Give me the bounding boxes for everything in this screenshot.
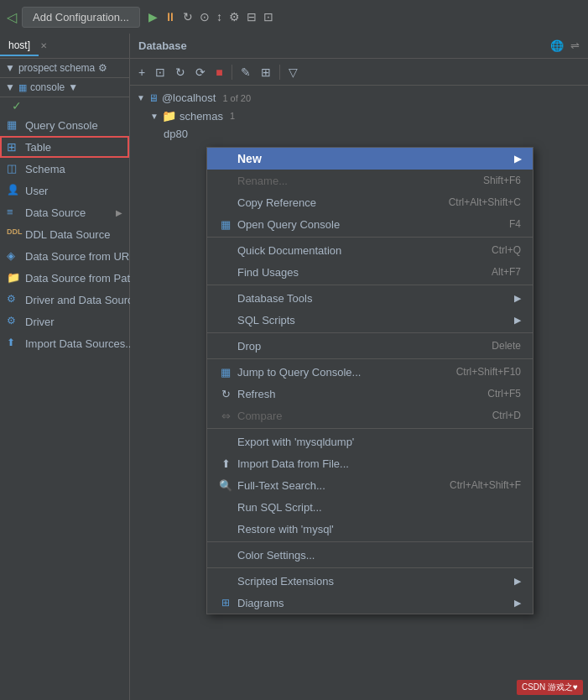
- profile-icon[interactable]: ↕: [216, 10, 222, 24]
- db-globe-icon[interactable]: 🌐: [550, 39, 564, 52]
- left-menu-query-console[interactable]: ▦ Query Console: [0, 114, 129, 136]
- ctx-full-text-search[interactable]: 🔍 Full-Text Search... Ctrl+Alt+Shift+F: [207, 474, 533, 496]
- ctx-open-query-console[interactable]: ▦ Open Query Console F4: [207, 213, 533, 235]
- db-sync-button[interactable]: ⟳: [192, 64, 209, 81]
- run-icon[interactable]: ▶: [148, 10, 158, 24]
- ctx-find-usages[interactable]: Find Usages Alt+F7: [207, 261, 533, 283]
- more-icon[interactable]: ⊡: [263, 10, 273, 24]
- host-db-icon: 🖥: [148, 92, 159, 104]
- schemas-arrow: ▼: [150, 112, 159, 121]
- ctx-color-settings[interactable]: Color Settings...: [207, 544, 533, 566]
- left-menu-driver-data-source[interactable]: ⚙ Driver and Data Source: [0, 289, 129, 311]
- import-icon: ⬆: [7, 337, 20, 350]
- db-copy-button[interactable]: ⊡: [152, 64, 169, 81]
- db-grid-button[interactable]: ⊞: [258, 64, 274, 81]
- ctx-compare-icon: ⇔: [219, 409, 232, 422]
- left-menu-driver[interactable]: ⚙ Driver: [0, 311, 129, 332]
- driver-icon: ⚙: [7, 315, 20, 328]
- ctx-sql-scripts[interactable]: SQL Scripts ▶: [207, 309, 533, 331]
- data-source-path-icon: 📁: [7, 271, 20, 285]
- ctx-jump-qc-label: Jump to Query Console...: [237, 366, 361, 379]
- layout-icon[interactable]: ⊟: [247, 10, 257, 24]
- schema-arrow: ▼: [5, 62, 15, 74]
- refresh-toolbar-icon[interactable]: ↻: [183, 10, 193, 24]
- ctx-drop-label: Drop: [237, 340, 261, 353]
- ctx-copy-reference[interactable]: Copy Reference Ctrl+Alt+Shift+C: [207, 191, 533, 213]
- ctx-refresh-icon: ↻: [219, 387, 232, 400]
- schema-icon: ◫: [7, 162, 20, 175]
- ctx-copy-ref-shortcut: Ctrl+Alt+Shift+C: [449, 196, 521, 208]
- data-source-path-label: Data Source from Path: [25, 272, 136, 285]
- ctx-new-label: New: [237, 152, 262, 165]
- checkmark-icon: ✓: [5, 97, 29, 114]
- db-layout-icon[interactable]: ⇌: [570, 39, 580, 52]
- ctx-diagrams-label: Diagrams: [237, 597, 284, 609]
- ctx-restore-mysql[interactable]: Restore with 'mysql': [207, 518, 533, 540]
- db-edit-button[interactable]: ✎: [237, 64, 254, 81]
- db-tree-dp80-row[interactable]: dp80: [130, 125, 588, 143]
- ctx-export-mysqldump[interactable]: Export with 'mysqldump': [207, 431, 533, 452]
- ctx-new-icon: [219, 152, 232, 165]
- ctx-drop[interactable]: Drop Delete: [207, 335, 533, 357]
- user-label: User: [25, 185, 48, 197]
- db-panel-header: Database 🌐 ⇌: [130, 34, 588, 59]
- ctx-quick-doc-icon: [219, 243, 232, 257]
- ctx-scripted-extensions[interactable]: Scripted Extensions ▶: [207, 570, 533, 592]
- left-menu-user[interactable]: 👤 User: [0, 180, 129, 201]
- schema-header: ▼ prospect schema ⚙: [0, 59, 129, 78]
- table-label: Table: [25, 141, 51, 154]
- left-tab-host[interactable]: host]: [0, 36, 39, 56]
- ctx-quick-doc-shortcut: Ctrl+Q: [492, 244, 521, 256]
- db-stop-button[interactable]: ■: [212, 64, 226, 81]
- coverage-icon[interactable]: ⊙: [200, 10, 210, 24]
- ctx-search-icon: 🔍: [219, 478, 232, 492]
- ctx-database-tools[interactable]: Database Tools ▶: [207, 287, 533, 309]
- ddl-data-source-label: DDL Data Source: [25, 228, 110, 241]
- left-menu-data-source-url[interactable]: ◈ Data Source from URL: [0, 245, 129, 267]
- top-toolbar: ◁ Add Configuration... ▶ ⏸ ↻ ⊙ ↕ ⚙ ⊟ ⊡: [0, 0, 588, 34]
- pause-icon[interactable]: ⏸: [164, 10, 176, 24]
- driver-label: Driver: [25, 316, 55, 328]
- left-menu-data-source[interactable]: ≡ Data Source ▶: [0, 201, 129, 223]
- ctx-diagrams[interactable]: ⊞ Diagrams ▶: [207, 592, 533, 614]
- left-tab-close[interactable]: ✕: [40, 41, 47, 50]
- left-menu-table[interactable]: ⊞ Table: [0, 136, 129, 158]
- ctx-sql-scripts-icon: [219, 313, 232, 326]
- ctx-new[interactable]: New ▶: [207, 148, 533, 170]
- db-tree-host-row[interactable]: ▼ 🖥 @localhost 1 of 20: [130, 89, 588, 107]
- left-menu-ddl-data-source[interactable]: DDL DDL Data Source: [0, 223, 129, 245]
- ctx-restore-icon: [219, 522, 232, 535]
- ctx-rename-label: Rename...: [237, 175, 288, 187]
- nav-back-icon[interactable]: ◁: [7, 9, 17, 25]
- ctx-drop-icon: [219, 339, 232, 353]
- left-menu-data-source-path[interactable]: 📁 Data Source from Path: [0, 267, 129, 289]
- ctx-run-sql-script[interactable]: Run SQL Script...: [207, 496, 533, 518]
- left-menu-import-data-sources[interactable]: ⬆ Import Data Sources...: [0, 332, 129, 354]
- ctx-sep4: [207, 358, 533, 359]
- db-tree-schemas-row[interactable]: ▼ 📁 schemas 1: [130, 107, 588, 125]
- db-add-button[interactable]: +: [135, 64, 148, 81]
- ctx-refresh[interactable]: ↻ Refresh Ctrl+F5: [207, 383, 533, 405]
- ctx-sep2: [207, 285, 533, 285]
- ctx-jump-query-console[interactable]: ▦ Jump to Query Console... Ctrl+Shift+F1…: [207, 361, 533, 383]
- user-icon: 👤: [7, 184, 20, 197]
- ctx-color-settings-label: Color Settings...: [237, 549, 315, 562]
- schema-gear-icon[interactable]: ⚙: [98, 62, 107, 74]
- ctx-copy-ref-icon: [219, 196, 232, 209]
- db-filter-button[interactable]: ▽: [285, 64, 301, 81]
- driver-data-source-icon: ⚙: [7, 293, 20, 306]
- console-arrow2: ▼: [68, 81, 78, 93]
- ctx-export-label: Export with 'mysqldump': [237, 436, 354, 448]
- settings-icon[interactable]: ⚙: [229, 10, 240, 24]
- table-icon: ⊞: [7, 140, 20, 154]
- schemas-folder-icon: 📁: [162, 109, 176, 123]
- console-label: console: [30, 81, 65, 93]
- db-refresh-button[interactable]: ↻: [172, 64, 189, 81]
- left-menu-schema[interactable]: ◫ Schema: [0, 158, 129, 180]
- ctx-quick-doc[interactable]: Quick Documentation Ctrl+Q: [207, 239, 533, 261]
- add-configuration-button[interactable]: Add Configuration...: [22, 7, 140, 28]
- ctx-jump-qc-icon: ▦: [219, 365, 232, 379]
- ctx-scripted-icon: [219, 574, 232, 588]
- ctx-import-data-file[interactable]: ⬆ Import Data from File...: [207, 452, 533, 474]
- host-count: 1 of 20: [222, 93, 251, 103]
